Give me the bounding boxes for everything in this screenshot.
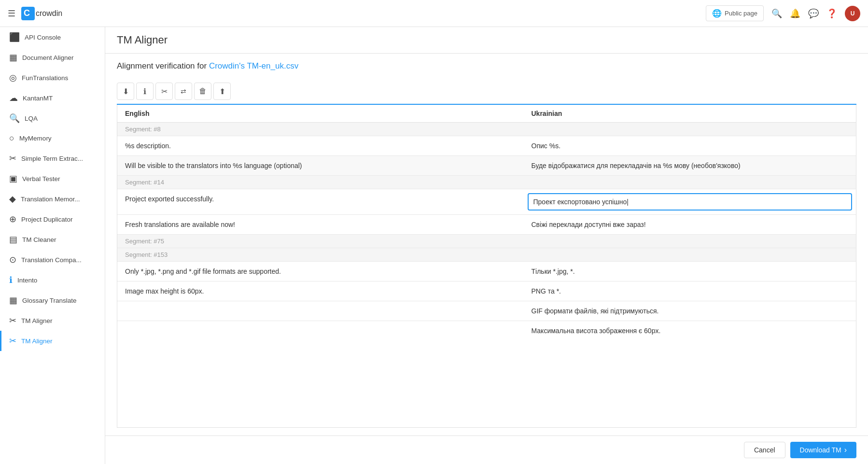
sidebar-item-api-console[interactable]: ⬛ API Console — [0, 27, 105, 47]
en-cell: %s description. — [117, 136, 524, 156]
svg-text:crowdin: crowdin — [36, 9, 62, 17]
sidebar-item-lqa[interactable]: 🔍 LQA — [0, 108, 105, 128]
public-page-button[interactable]: 🌐 Public page — [706, 5, 764, 21]
segment-label: Segment: #153 — [117, 248, 856, 262]
document-aligner-icon: ▦ — [9, 52, 17, 63]
sidebar-label-fun-translations: FunTranslations — [22, 74, 68, 82]
sidebar-item-fun-translations[interactable]: ◎ FunTranslations — [0, 68, 105, 88]
crowdin-logo-svg: C crowdin — [21, 6, 79, 21]
toolbar-swap-button[interactable]: ⇄ — [175, 83, 192, 100]
sidebar-item-simple-term-extrac[interactable]: ✂ Simple Term Extrac... — [0, 148, 105, 169]
table-row: GIF формати файлів, які підтримуються. — [117, 301, 856, 321]
sidebar-label-document-aligner: Document Aligner — [22, 54, 74, 61]
api-console-icon: ⬛ — [9, 32, 20, 42]
en-cell: Fresh translations are available now! — [117, 215, 524, 235]
help-icon[interactable]: ❓ — [826, 8, 837, 19]
table-row: Project exported successfully. Проект ек… — [117, 189, 856, 215]
toolbar-upload-button[interactable]: ⬆ — [213, 83, 231, 100]
chat-icon[interactable]: 💬 — [808, 8, 819, 19]
public-page-label: Public page — [725, 10, 757, 17]
segment-label: Segment: #75 — [117, 235, 856, 248]
download-tm-button[interactable]: Download TM › — [790, 442, 856, 458]
toolbar: ⬇ ℹ ✂ ⇄ 🗑 ⬆ — [117, 79, 856, 105]
uk-cell: Буде відображатися для перекладачів на %… — [524, 156, 856, 176]
cancel-button[interactable]: Cancel — [744, 442, 785, 458]
sidebar-item-tm-cleaner[interactable]: ▤ TM Cleaner — [0, 229, 105, 250]
main-layout: ⬛ API Console ▦ Document Aligner ◎ FunTr… — [0, 27, 868, 464]
sidebar-item-document-aligner[interactable]: ▦ Document Aligner — [0, 47, 105, 68]
sidebar-label-intento: Intento — [17, 277, 37, 284]
sidebar-label-translation-memor: Translation Memor... — [21, 196, 80, 203]
en-cell — [117, 301, 524, 321]
logo: C crowdin — [21, 6, 79, 21]
toolbar-download-button[interactable]: ⬇ — [117, 83, 134, 100]
en-cell: Image max height is 60px. — [117, 281, 524, 301]
globe-icon: 🌐 — [712, 9, 722, 18]
fun-translations-icon: ◎ — [9, 72, 17, 83]
segment-row: Segment: #75 — [117, 235, 856, 248]
avatar[interactable]: U — [845, 6, 860, 21]
table-row: Only *.jpg, *.png and *.gif file formats… — [117, 262, 856, 281]
sidebar-label-project-duplicator: Project Duplicator — [21, 216, 73, 223]
sidebar-label-api-console: API Console — [25, 34, 61, 41]
tm-aligner-active-icon: ✂ — [9, 336, 16, 346]
toolbar-delete-button[interactable]: 🗑 — [194, 83, 211, 100]
toolbar-cut-button[interactable]: ✂ — [155, 83, 173, 100]
toolbar-download-icon: ⬇ — [123, 87, 129, 96]
alignment-link[interactable]: Crowdin's TM-en_uk.csv — [209, 61, 298, 70]
sidebar-item-kantanmt[interactable]: ☁ KantanMT — [0, 88, 105, 108]
toolbar-upload-icon: ⬆ — [219, 87, 225, 96]
main-content: TM Aligner Alignment verification for Cr… — [105, 27, 868, 464]
editable-translation-input[interactable]: Проект експортовано успішно| — [528, 193, 853, 211]
segment-row: Segment: #14 — [117, 176, 856, 189]
uk-cell: Опис %s. — [524, 136, 856, 156]
sidebar: ⬛ API Console ▦ Document Aligner ◎ FunTr… — [0, 27, 105, 464]
hamburger-icon[interactable]: ☰ — [8, 8, 15, 19]
search-icon[interactable]: 🔍 — [771, 8, 782, 19]
table-row: Will be visible to the translators into … — [117, 156, 856, 176]
sidebar-item-project-duplicator[interactable]: ⊕ Project Duplicator — [0, 209, 105, 229]
sidebar-item-glossary-translate[interactable]: ▦ Glossary Translate — [0, 290, 105, 310]
page-body: Alignment verification for Crowdin's TM-… — [105, 54, 868, 436]
sidebar-item-intento[interactable]: ℹ Intento — [0, 270, 105, 290]
tm-aligner-icon: ✂ — [9, 315, 16, 326]
sidebar-item-mymemory[interactable]: ○ MyMemory — [0, 128, 105, 148]
uk-cell: Свіжі переклади доступні вже зараз! — [524, 215, 856, 235]
alignment-table: English Ukrainian Segment: #8 %s descrip… — [117, 105, 856, 340]
glossary-translate-icon: ▦ — [9, 295, 17, 306]
toolbar-info-button[interactable]: ℹ — [136, 83, 154, 100]
translation-memor-icon: ◆ — [9, 194, 16, 204]
uk-cell: GIF формати файлів, які підтримуються. — [524, 301, 856, 321]
col-english: English — [117, 105, 524, 123]
en-cell — [117, 321, 524, 341]
header-right: 🌐 Public page 🔍 🔔 💬 ❓ U — [706, 5, 860, 21]
sidebar-label-tm-cleaner: TM Cleaner — [22, 236, 56, 243]
en-cell: Project exported successfully. — [117, 189, 524, 215]
segment-label: Segment: #8 — [117, 123, 856, 136]
sidebar-label-kantanmt: KantanMT — [23, 95, 53, 102]
svg-text:C: C — [24, 8, 30, 18]
uk-cell: PNG та *. — [524, 281, 856, 301]
uk-cell: Тільки *.jpg, *. — [524, 262, 856, 281]
sidebar-item-translation-compa[interactable]: ⊙ Translation Compa... — [0, 250, 105, 270]
sidebar-item-translation-memor[interactable]: ◆ Translation Memor... — [0, 189, 105, 209]
lqa-icon: 🔍 — [9, 113, 20, 124]
en-cell: Will be visible to the translators into … — [117, 156, 524, 176]
sidebar-item-verbal-tester[interactable]: ▣ Verbal Tester — [0, 169, 105, 189]
en-cell: Only *.jpg, *.png and *.gif file formats… — [117, 262, 524, 281]
segment-row: Segment: #153 — [117, 248, 856, 262]
sidebar-label-translation-compa: Translation Compa... — [21, 256, 82, 264]
sidebar-label-simple-term-extrac: Simple Term Extrac... — [21, 155, 83, 162]
sidebar-item-tm-aligner-active[interactable]: ✂ TM Aligner — [0, 331, 105, 351]
uk-cell-editable[interactable]: Проект експортовано успішно| — [524, 189, 856, 215]
bell-icon[interactable]: 🔔 — [790, 8, 800, 19]
sidebar-item-tm-aligner[interactable]: ✂ TM Aligner — [0, 310, 105, 331]
top-header: ☰ C crowdin 🌐 Public page 🔍 🔔 💬 ❓ U — [0, 0, 868, 27]
page-title: TM Aligner — [105, 27, 868, 54]
alignment-title: Alignment verification for Crowdin's TM-… — [117, 61, 856, 71]
sidebar-label-verbal-tester: Verbal Tester — [22, 175, 60, 183]
footer: Cancel Download TM › — [105, 436, 868, 464]
verbal-tester-icon: ▣ — [9, 173, 17, 184]
table-row: Максимальна висота зображення є 60px. — [117, 321, 856, 341]
segment-row: Segment: #8 — [117, 123, 856, 136]
